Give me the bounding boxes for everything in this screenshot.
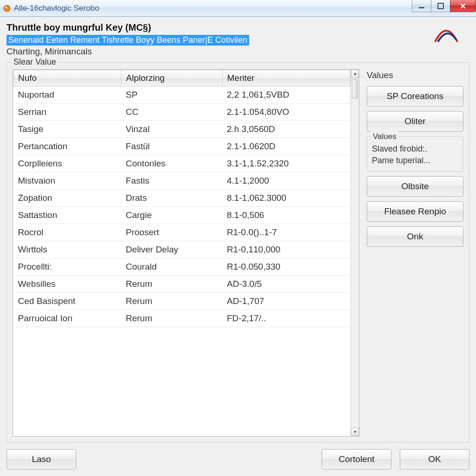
table-cell: Rerum bbox=[121, 310, 223, 327]
table-cell: FD-2,17/.. bbox=[222, 310, 350, 327]
app-logo-icon bbox=[433, 23, 459, 45]
table-cell: AD-1,707 bbox=[222, 293, 350, 310]
oliter-button[interactable]: Oliter bbox=[367, 111, 463, 132]
table-cell: Pertancation bbox=[13, 138, 121, 155]
dialog-title: Thruttle boy mungrful Key (MC§) bbox=[7, 22, 469, 33]
scroll-thumb[interactable] bbox=[352, 79, 358, 99]
table-cell: Drats bbox=[121, 190, 223, 207]
app-icon bbox=[3, 4, 11, 13]
table-cell: CC bbox=[121, 104, 223, 121]
table-row[interactable]: CorplleiensContonles3.1-1,1.52,2320 bbox=[13, 155, 350, 172]
pame-tuperial-label: Pame tuperial... bbox=[372, 155, 458, 166]
table-cell: Rerum bbox=[121, 276, 223, 293]
table-cell: Websilles bbox=[13, 276, 121, 293]
values-group-legend: Values bbox=[371, 131, 398, 142]
table-cell: Rocrol bbox=[13, 224, 121, 241]
footer-buttons: Laso Cortolent OK bbox=[7, 449, 469, 469]
table-cell: 2.1-1.054,80VO bbox=[222, 104, 350, 121]
table-header-row: Nufo Alplorzing Meriter bbox=[13, 70, 350, 86]
table-cell: Deliver Delay bbox=[121, 241, 223, 258]
window-buttons bbox=[412, 0, 476, 12]
table-cell: Nuportad bbox=[13, 86, 121, 104]
table-cell: 2.1-1.0620D bbox=[222, 138, 350, 155]
table-row[interactable]: PertancationFastül2.1-1.0620D bbox=[13, 138, 350, 155]
vertical-scrollbar[interactable] bbox=[350, 70, 359, 436]
main-row: Nufo Alplorzing Meriter NuportadSP2,2 1,… bbox=[13, 69, 463, 436]
values-group: Values Slaved firobid:. Pame tuperial... bbox=[367, 136, 463, 172]
table-cell: Serrian bbox=[13, 104, 121, 121]
close-button[interactable] bbox=[450, 0, 476, 12]
scroll-down-icon[interactable] bbox=[351, 428, 359, 436]
table-row[interactable]: Procellti:CouraldR1-0.050,330 bbox=[13, 258, 350, 276]
table-cell: Mistvaion bbox=[13, 172, 121, 190]
table-cell: Ced Basispent bbox=[13, 293, 121, 310]
table-row[interactable]: SerrianCC2.1-1.054,80VO bbox=[13, 104, 350, 121]
table-cell: Sattastion bbox=[13, 207, 121, 224]
table-cell: Zopation bbox=[13, 190, 121, 207]
table-cell: 8.1-1,062.3000 bbox=[222, 190, 350, 207]
table-cell: Proosert bbox=[121, 224, 223, 241]
col-alplorzing[interactable]: Alplorzing bbox=[121, 70, 223, 86]
table-row[interactable]: WirttolsDeliver DelayR1-0,110,000 bbox=[13, 241, 350, 258]
table-cell: Cargie bbox=[121, 207, 223, 224]
table-cell: Courald bbox=[121, 258, 223, 276]
fleasee-renpio-button[interactable]: Fleasee Renpio bbox=[367, 201, 463, 222]
table-cell: 8.1-0,506 bbox=[222, 207, 350, 224]
table-row[interactable]: WebsillesRerumAD-3.0/5 bbox=[13, 276, 350, 293]
table-cell: R1-0.050,330 bbox=[222, 258, 350, 276]
table-row[interactable]: NuportadSP2,2 1,061,5VBD bbox=[13, 86, 350, 104]
table-cell: Procellti: bbox=[13, 258, 121, 276]
table-cell: Vinzal bbox=[121, 121, 223, 138]
table-cell: Fastis bbox=[121, 172, 223, 190]
table-row[interactable]: ZopationDrats8.1-1,062.3000 bbox=[13, 190, 350, 207]
col-meriter[interactable]: Meriter bbox=[222, 70, 350, 86]
table-cell: Wirttols bbox=[13, 241, 121, 258]
table-cell: Rerum bbox=[121, 293, 223, 310]
values-label: Values bbox=[367, 70, 463, 80]
slaved-firobid-label: Slaved firobid:. bbox=[372, 143, 458, 155]
side-panel: Values SP Coreations Oliter Values Slave… bbox=[367, 69, 463, 436]
table-cell: 2,2 1,061,5VBD bbox=[222, 86, 350, 104]
slear-value-group: Slear Value Nufo Alplorzing Meriter bbox=[7, 62, 469, 443]
table-cell: R1-0,110,000 bbox=[222, 241, 350, 258]
svg-rect-3 bbox=[438, 3, 443, 9]
table-cell: 3.1-1,1.52,2320 bbox=[222, 155, 350, 172]
col-nufo[interactable]: Nufo bbox=[13, 70, 121, 86]
table-cell: Tasige bbox=[13, 121, 121, 138]
table-cell: R1-0.0()..1-7 bbox=[222, 224, 350, 241]
table-row[interactable]: Ced BasispentRerumAD-1,707 bbox=[13, 293, 350, 310]
table-cell: SP bbox=[121, 86, 223, 104]
data-table[interactable]: Nufo Alplorzing Meriter NuportadSP2,2 1,… bbox=[13, 69, 359, 436]
app-window: Alle-16chavlogic Serobo Thruttle boy mun… bbox=[0, 0, 476, 476]
table-cell: 4.1-1,2000 bbox=[222, 172, 350, 190]
svg-point-0 bbox=[4, 5, 10, 12]
scroll-up-icon[interactable] bbox=[351, 70, 359, 78]
ok-button[interactable]: OK bbox=[400, 449, 469, 469]
olbsite-button[interactable]: Olbsite bbox=[367, 176, 463, 197]
maximize-button[interactable] bbox=[431, 0, 450, 12]
table-cell: Parruoical Ion bbox=[13, 310, 121, 327]
table-cell: Corplleiens bbox=[13, 155, 121, 172]
client-area: Thruttle boy mungrful Key (MC§) Senenaid… bbox=[0, 17, 476, 476]
table-cell: 2.h 3,0560D bbox=[222, 121, 350, 138]
table-row[interactable]: MistvaionFastis4.1-1,2000 bbox=[13, 172, 350, 190]
table-row[interactable]: TasigeVinzal2.h 3,0560D bbox=[13, 121, 350, 138]
svg-rect-2 bbox=[419, 7, 424, 8]
minimize-button[interactable] bbox=[412, 0, 431, 12]
laso-button[interactable]: Laso bbox=[7, 449, 76, 469]
titlebar: Alle-16chavlogic Serobo bbox=[0, 0, 476, 17]
onk-button[interactable]: Onk bbox=[367, 226, 463, 247]
svg-point-1 bbox=[5, 7, 7, 8]
table-cell: Contonles bbox=[121, 155, 223, 172]
window-title: Alle-16chavlogic Serobo bbox=[14, 4, 473, 13]
sp-coreations-button[interactable]: SP Coreations bbox=[367, 86, 463, 106]
dialog-subtitle: Charting, Mirimancals bbox=[7, 46, 469, 57]
table-row[interactable]: Parruoical IonRerumFD-2,17/.. bbox=[13, 310, 350, 327]
group-legend: Slear Value bbox=[12, 57, 58, 67]
table-cell: AD-3.0/5 bbox=[222, 276, 350, 293]
table-row[interactable]: RocrolProosertR1-0.0()..1-7 bbox=[13, 224, 350, 241]
table-row[interactable]: SattastionCargie8.1-0,506 bbox=[13, 207, 350, 224]
cortolent-button[interactable]: Cortolent bbox=[322, 449, 391, 469]
breadcrumb[interactable]: Senenaid Eeten Rement Tishretle Boyy Bee… bbox=[7, 35, 249, 46]
dialog-header: Thruttle boy mungrful Key (MC§) Senenaid… bbox=[7, 22, 469, 59]
